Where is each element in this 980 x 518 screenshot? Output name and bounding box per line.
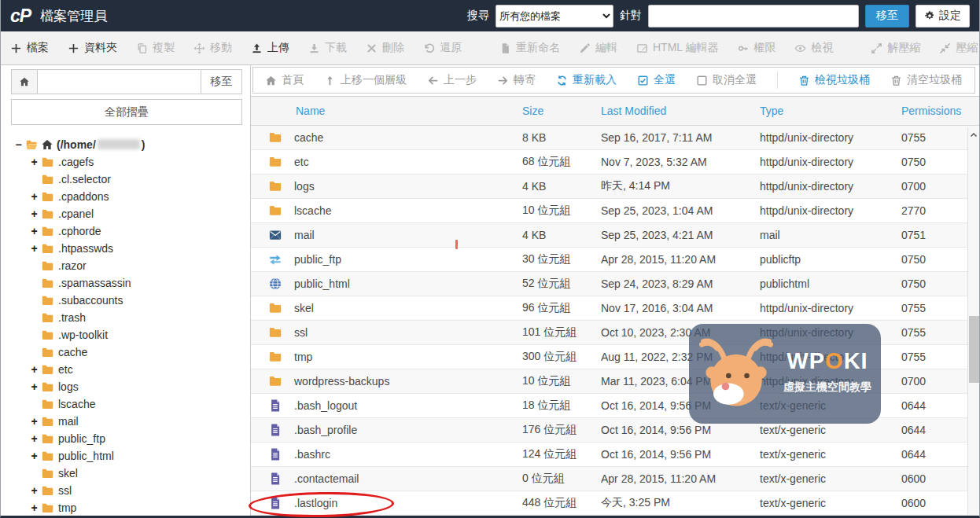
empty-trash-button[interactable]: 清空垃圾桶 <box>890 73 962 87</box>
select-all-button[interactable]: 全選 <box>637 73 676 87</box>
tree-item[interactable]: +.cagefs <box>11 153 242 171</box>
tree-item[interactable]: +public_ftp <box>11 430 242 447</box>
file-row[interactable]: .bash_profile176 位元組Oct 16, 2014, 9:56 P… <box>251 418 979 443</box>
file-row[interactable]: .bashrc124 位元組Oct 16, 2014, 9:56 PMtext/… <box>251 443 979 467</box>
tree-item[interactable]: +public_html <box>11 447 242 465</box>
tree-item[interactable]: .subaccounts <box>11 292 242 309</box>
view-trash-button[interactable]: 檢視垃圾桶 <box>798 73 870 87</box>
tree-item[interactable]: +.cpanel <box>11 205 242 222</box>
tree-item[interactable]: +.cphorde <box>11 222 242 240</box>
scrollbar[interactable] <box>967 127 979 515</box>
tree-toggle[interactable]: + <box>28 156 40 168</box>
file-row[interactable]: skel96 位元組Nov 17, 2016, 3:04 AMhttpd/uni… <box>251 296 979 321</box>
file-row[interactable]: .lastlogin448 位元組今天, 3:25 PMtext/x-gener… <box>251 491 979 516</box>
file-permissions: 0644 <box>901 399 969 412</box>
tree-item[interactable]: −(/home/) <box>11 136 242 153</box>
file-row[interactable]: logs4 KB昨天, 4:14 PMhttpd/unix-directory0… <box>251 175 979 199</box>
html-editor-button[interactable]: HTML 編輯器 <box>636 41 718 55</box>
scrollbar-thumb[interactable] <box>969 316 979 383</box>
download-button[interactable]: 下載 <box>308 41 347 55</box>
tree-item[interactable]: .trash <box>11 309 242 326</box>
new-file-button[interactable]: 檔案 <box>10 41 49 55</box>
file-row[interactable]: ssl101 位元組Oct 10, 2023, 2:30 AMhttpd/uni… <box>251 321 979 345</box>
file-row[interactable]: mail4 KBSep 25, 2023, 4:21 AMmail0751 <box>251 223 979 248</box>
view-button[interactable]: 檢視 <box>794 41 833 55</box>
tree-toggle[interactable]: + <box>28 225 40 237</box>
up-one-level-button[interactable]: 上移一個層級 <box>324 73 407 87</box>
tree-toggle[interactable]: − <box>13 138 24 151</box>
tree-item[interactable]: +logs <box>11 378 242 395</box>
tree-toggle[interactable]: + <box>28 380 40 393</box>
path-go-button[interactable]: 移至 <box>201 69 242 94</box>
file-row[interactable]: cache8 KBSep 16, 2017, 7:11 AMhttpd/unix… <box>251 126 979 150</box>
scroll-up-icon[interactable] <box>969 130 978 141</box>
search-input[interactable] <box>648 5 859 28</box>
file-row[interactable]: etc68 位元組Nov 7, 2023, 5:32 AMhttpd/unix-… <box>251 150 979 175</box>
back-button[interactable]: 上一步 <box>427 73 477 87</box>
tree-toggle[interactable]: + <box>28 501 40 514</box>
tree-toggle[interactable]: + <box>28 450 40 462</box>
column-header[interactable]: Name <box>251 105 522 117</box>
rename-button[interactable]: 重新命名 <box>499 41 560 55</box>
tree-item[interactable]: .razor <box>11 257 242 274</box>
upload-button[interactable]: 上傳 <box>251 41 289 55</box>
home-button[interactable]: 首頁 <box>265 73 304 87</box>
restore-button[interactable]: 還原 <box>423 41 462 55</box>
tree-toggle[interactable]: + <box>28 432 40 445</box>
move-button[interactable]: 移動 <box>193 41 232 55</box>
column-header[interactable]: Type <box>760 105 901 117</box>
tree-item[interactable]: +ssl <box>11 482 242 499</box>
folder-icon <box>41 277 54 290</box>
tree-item[interactable]: skel <box>11 465 242 482</box>
column-header[interactable]: Last Modified <box>601 105 760 117</box>
file-name: .bash_profile <box>282 424 522 436</box>
path-input[interactable] <box>38 69 201 94</box>
search-go-button[interactable]: 移至 <box>865 5 909 28</box>
tree-item[interactable]: +mail <box>11 413 242 430</box>
file-row[interactable]: public_html52 位元組Sep 24, 2023, 8:29 AMpu… <box>251 272 979 296</box>
unselect-all-button[interactable]: 取消全選 <box>696 73 757 87</box>
settings-button[interactable]: 設定 <box>916 5 970 28</box>
tree-item[interactable]: .wp-toolkit <box>11 326 242 343</box>
tree-item[interactable]: .cl.selector <box>11 171 242 188</box>
forward-button[interactable]: 轉寄 <box>497 73 536 87</box>
folder-icon <box>41 415 54 428</box>
edit-button[interactable]: 編輯 <box>579 41 617 55</box>
file-row[interactable]: tmp300 位元組Aug 11, 2022, 2:32 PMhttpd/uni… <box>251 345 979 369</box>
file-table: NameSizeLast ModifiedTypePermissions cac… <box>251 96 979 516</box>
copy-button[interactable]: 複製 <box>136 41 175 55</box>
file-row[interactable]: wordpress-backups10 位元組Mar 11, 2023, 6:0… <box>251 369 979 394</box>
tree-item[interactable]: lscache <box>11 395 242 413</box>
tree-toggle[interactable]: + <box>28 190 40 203</box>
file-permissions: 0750 <box>901 277 969 290</box>
tree-toggle[interactable]: + <box>28 415 40 428</box>
tree-item[interactable]: .spamassassin <box>11 274 242 292</box>
reload-button[interactable]: 重新載入 <box>556 73 617 87</box>
permissions-button[interactable]: 權限 <box>737 41 776 55</box>
tree-item[interactable]: cache <box>11 343 242 361</box>
path-group: 移至 <box>11 69 242 94</box>
new-folder-button[interactable]: 資料夾 <box>68 41 117 55</box>
path-home-button[interactable] <box>11 69 38 94</box>
file-row[interactable]: lscache10 位元組Sep 25, 2023, 1:04 AMhttpd/… <box>251 199 979 223</box>
column-header[interactable]: Permissions <box>901 105 969 117</box>
tree-toggle[interactable]: + <box>28 484 40 497</box>
delete-button[interactable]: 刪除 <box>366 41 404 55</box>
tree-item[interactable]: +.htpasswds <box>11 240 242 257</box>
tree-item[interactable]: +etc <box>11 361 242 378</box>
tree-toggle[interactable]: + <box>28 242 40 255</box>
extract-button[interactable]: 解壓縮 <box>871 41 920 55</box>
tree-item[interactable]: +tmp <box>11 499 242 516</box>
collapse-all-button[interactable]: 全部摺疊 <box>11 99 242 125</box>
search-scope-select[interactable]: 所有您的檔案 <box>496 5 613 28</box>
tree-toggle[interactable]: + <box>28 363 40 376</box>
file-permissions: 0755 <box>901 326 969 339</box>
tree-item[interactable]: +.cpaddons <box>11 188 242 205</box>
file-row[interactable]: .bash_logout18 位元組Oct 16, 2014, 9:56 PMt… <box>251 394 979 418</box>
tree-toggle[interactable]: + <box>28 208 40 220</box>
compress-button[interactable]: 壓縮 <box>939 41 978 55</box>
file-row[interactable]: .contactemail0 位元組Apr 28, 2015, 11:20 AM… <box>251 467 979 491</box>
redacted-username <box>98 139 140 149</box>
file-row[interactable]: public_ftp30 位元組Apr 28, 2015, 11:20 AMpu… <box>251 248 979 272</box>
column-header[interactable]: Size <box>522 105 601 117</box>
